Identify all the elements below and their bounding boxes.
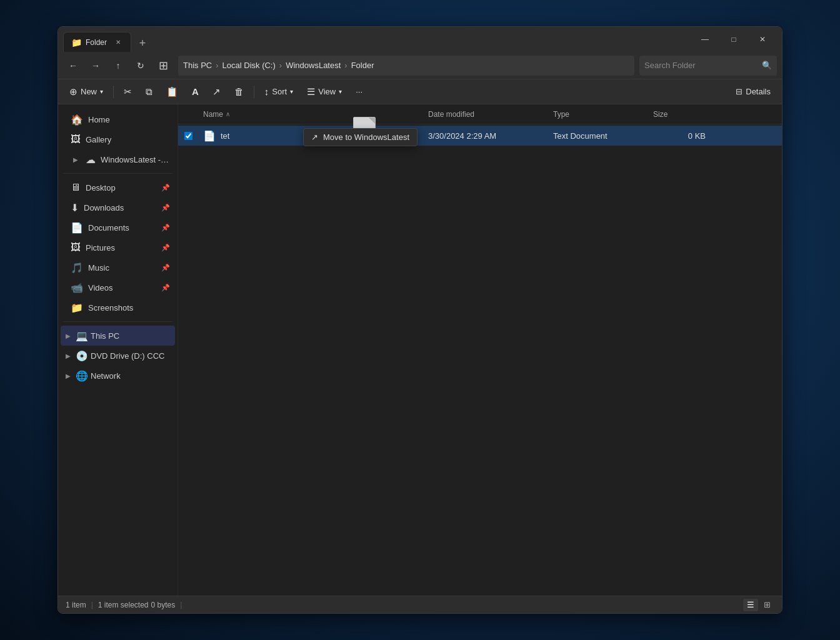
col-date-label: Date modified bbox=[428, 110, 474, 119]
file-date-tet: 3/30/2024 2:29 AM bbox=[423, 131, 548, 141]
sort-dropdown-icon: ▾ bbox=[290, 88, 293, 95]
details-button[interactable]: ⊟ Details bbox=[729, 82, 777, 102]
home-icon: 🏠 bbox=[71, 114, 83, 126]
file-checkbox-tet[interactable] bbox=[178, 132, 198, 140]
copy-icon: ⧉ bbox=[146, 86, 152, 98]
file-row-tet[interactable]: 📄 tet 3/30/2024 2:29 AM Text Document 0 … bbox=[178, 126, 782, 146]
addr-windowslatest[interactable]: WindowsLatest bbox=[286, 61, 341, 70]
status-sep-1: | bbox=[91, 601, 93, 609]
column-header-name[interactable]: Name ∧ bbox=[198, 104, 423, 124]
sidebar-item-gallery[interactable]: 🖼 Gallery bbox=[61, 129, 175, 149]
col-name-label: Name bbox=[203, 110, 223, 119]
cut-button[interactable]: ✂ bbox=[118, 82, 138, 102]
sidebar-item-videos[interactable]: 📹 Videos 📌 bbox=[61, 278, 175, 298]
close-button[interactable]: ✕ bbox=[748, 29, 777, 49]
sidebar-item-pictures[interactable]: 🖼 Pictures 📌 bbox=[61, 238, 175, 258]
sidebar-item-windowslatest[interactable]: ▶ ☁ WindowsLatest - P... bbox=[61, 149, 175, 169]
delete-button[interactable]: 🗑 bbox=[228, 82, 250, 102]
search-placeholder: Search Folder bbox=[644, 61, 696, 70]
paste-button[interactable]: 📋 bbox=[160, 82, 184, 102]
new-button[interactable]: ⊕ New ▾ bbox=[63, 82, 109, 102]
sidebar-item-home[interactable]: 🏠 Home bbox=[61, 109, 175, 129]
expand-icon: ▶ bbox=[71, 154, 81, 164]
main-content: 🏠 Home 🖼 Gallery ▶ ☁ WindowsLatest - P..… bbox=[58, 104, 782, 596]
details-view-button[interactable]: ☰ bbox=[743, 599, 758, 611]
refresh-button[interactable]: ↻ bbox=[131, 56, 151, 76]
more-button[interactable]: ··· bbox=[349, 82, 369, 102]
status-view-buttons: ☰ ⊞ bbox=[743, 599, 774, 611]
addr-thispc[interactable]: This PC bbox=[183, 61, 212, 70]
up-button[interactable]: ↑ bbox=[108, 56, 128, 76]
sidebar-dvddrive-group[interactable]: ▶ 💿 DVD Drive (D:) CCC bbox=[61, 346, 175, 366]
pin-icon-music: 📌 bbox=[161, 264, 170, 272]
sidebar-item-screenshots[interactable]: 📁 Screenshots bbox=[61, 298, 175, 318]
grid-view-button[interactable]: ⊞ bbox=[759, 599, 774, 611]
sidebar-home-label: Home bbox=[88, 115, 170, 124]
sidebar-thispc-group[interactable]: ▶ 💻 This PC bbox=[61, 326, 175, 346]
status-size: 0 bytes bbox=[151, 601, 176, 609]
cmd-separator-2 bbox=[254, 86, 254, 98]
dvddrive-icon: 💿 bbox=[76, 350, 88, 362]
file-column-headers: Name ∧ Date modified Type Size bbox=[178, 104, 782, 124]
sidebar-item-documents[interactable]: 📄 Documents 📌 bbox=[61, 218, 175, 238]
sidebar-documents-label: Documents bbox=[88, 223, 156, 232]
active-tab[interactable]: 📁 Folder ✕ bbox=[63, 32, 131, 52]
sidebar-item-downloads[interactable]: ⬇ Downloads 📌 bbox=[61, 198, 175, 218]
addr-localdisk[interactable]: Local Disk (C:) bbox=[222, 61, 276, 70]
sidebar-windowslatest-label: WindowsLatest - P... bbox=[101, 155, 170, 164]
new-tab-button[interactable]: + bbox=[134, 34, 151, 52]
details-icon: ⊟ bbox=[736, 87, 742, 96]
tab-close-button[interactable]: ✕ bbox=[113, 38, 123, 48]
column-header-date[interactable]: Date modified bbox=[423, 104, 548, 124]
videos-icon: 📹 bbox=[71, 282, 83, 294]
desktop-icon: 🖥 bbox=[71, 182, 81, 193]
pin-icon-desktop: 📌 bbox=[161, 184, 170, 192]
view-label: View bbox=[318, 87, 336, 96]
rename-button[interactable]: A bbox=[186, 82, 205, 102]
back-button[interactable]: ← bbox=[63, 56, 83, 76]
minimize-button[interactable]: — bbox=[691, 29, 719, 49]
sidebar-desktop-label: Desktop bbox=[86, 183, 156, 192]
copy-button[interactable]: ⧉ bbox=[139, 82, 159, 102]
file-list: 📄 tet 3/30/2024 2:29 AM Text Document 0 … bbox=[178, 124, 782, 596]
window-controls: — □ ✕ bbox=[691, 29, 777, 49]
cmd-separator-1 bbox=[113, 86, 114, 98]
pane-view-button[interactable]: ⊞ bbox=[153, 56, 173, 76]
search-box[interactable]: Search Folder 🔍 bbox=[639, 56, 777, 76]
sidebar-screenshots-label: Screenshots bbox=[88, 303, 170, 312]
sidebar-network-group[interactable]: ▶ 🌐 Network bbox=[61, 366, 175, 386]
cloud-icon: ☁ bbox=[86, 154, 96, 166]
drag-tooltip-icon: ↗ bbox=[311, 132, 318, 142]
sidebar-dvddrive-label: DVD Drive (D:) CCC bbox=[91, 351, 172, 361]
view-button[interactable]: ☰ View ▾ bbox=[301, 82, 348, 102]
drag-tooltip: ↗ Move to WindowsLatest bbox=[303, 128, 418, 146]
maximize-button[interactable]: □ bbox=[719, 29, 748, 49]
status-sep-2: | bbox=[180, 601, 182, 609]
address-bar[interactable]: This PC › Local Disk (C:) › WindowsLates… bbox=[178, 56, 634, 76]
screenshots-icon: 📁 bbox=[71, 302, 83, 314]
column-header-type[interactable]: Type bbox=[548, 104, 648, 124]
status-item-count: 1 item bbox=[66, 601, 86, 609]
sidebar-item-music[interactable]: 🎵 Music 📌 bbox=[61, 258, 175, 278]
file-type-tet: Text Document bbox=[548, 131, 648, 141]
pin-icon-documents: 📌 bbox=[161, 224, 170, 232]
view-icon: ☰ bbox=[307, 86, 315, 98]
sort-label: Sort bbox=[272, 87, 287, 96]
forward-button[interactable]: → bbox=[86, 56, 106, 76]
sidebar-item-desktop[interactable]: 🖥 Desktop 📌 bbox=[61, 178, 175, 198]
file-area: ↗ Move to WindowsLatest Name ∧ Date modi… bbox=[178, 104, 782, 596]
network-icon: 🌐 bbox=[76, 370, 88, 382]
details-label: Details bbox=[746, 87, 771, 96]
share-button[interactable]: ↗ bbox=[206, 82, 227, 102]
downloads-icon: ⬇ bbox=[71, 202, 79, 214]
gallery-icon: 🖼 bbox=[71, 134, 81, 145]
sidebar-videos-label: Videos bbox=[88, 283, 156, 292]
sort-icon: ↕ bbox=[264, 86, 269, 97]
pin-icon-videos: 📌 bbox=[161, 284, 170, 292]
sort-button[interactable]: ↕ Sort ▾ bbox=[258, 82, 299, 102]
status-bar: 1 item | 1 item selected 0 bytes | ☰ ⊞ bbox=[58, 596, 782, 613]
checkbox-tet[interactable] bbox=[184, 132, 192, 140]
column-header-size[interactable]: Size bbox=[648, 104, 711, 124]
more-icon: ··· bbox=[356, 87, 362, 96]
addr-folder[interactable]: Folder bbox=[351, 61, 374, 70]
